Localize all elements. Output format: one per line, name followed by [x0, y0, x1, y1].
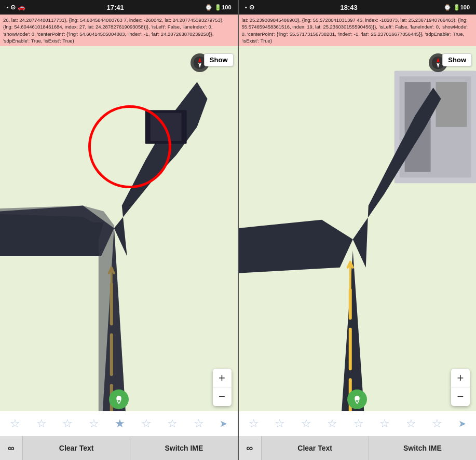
- left-star-bar: ☆ ☆ ☆ ☆ ★ ☆ ☆ ☆ ➤: [0, 411, 238, 436]
- left-bottom-toolbar: ∞ Clear Text Switch IME: [0, 436, 238, 460]
- left-clear-text-button[interactable]: Clear Text: [23, 436, 130, 460]
- right-star-2[interactable]: ☆: [275, 417, 285, 430]
- left-status-right-icons: ⌚ 🔋100: [205, 4, 231, 11]
- left-star-1[interactable]: ☆: [10, 417, 20, 430]
- left-star-7[interactable]: ☆: [167, 417, 178, 430]
- right-zoom-controls: + −: [451, 369, 470, 406]
- left-zoom-controls: + −: [213, 369, 232, 406]
- right-signal-icon: ▪: [245, 4, 247, 11]
- right-star-6[interactable]: ☆: [379, 417, 390, 430]
- left-location-pin-button[interactable]: [109, 389, 129, 409]
- right-bottom-toolbar: ∞ Clear Text Switch IME: [239, 436, 477, 460]
- left-infinity-button[interactable]: ∞: [0, 436, 23, 460]
- left-status-time: 17:41: [107, 4, 124, 11]
- right-status-time: 18:43: [341, 4, 358, 11]
- left-star-2[interactable]: ☆: [36, 417, 47, 430]
- battery-watch-icon: ⌚: [205, 4, 212, 11]
- left-star-5-active[interactable]: ★: [115, 417, 125, 430]
- right-status-right-icons: ⌚ 🔋100: [444, 4, 470, 11]
- right-infinity-button[interactable]: ∞: [239, 436, 262, 460]
- left-nav-arrow-icon[interactable]: ➤: [220, 418, 227, 429]
- right-zoom-in-button[interactable]: +: [451, 369, 470, 387]
- right-status-left-icons: ▪ ⊙: [245, 4, 254, 11]
- right-debug-text: lat: 25.239009845486903), {lng: 55.57280…: [242, 17, 469, 44]
- left-status-bar: ▪ ⊙ 🚗 17:41 ⌚ 🔋100: [0, 0, 238, 15]
- left-show-button[interactable]: Show: [204, 53, 234, 66]
- right-star-7[interactable]: ☆: [406, 417, 416, 430]
- car-icon: 🚗: [18, 4, 25, 11]
- left-zoom-out-button[interactable]: −: [213, 387, 232, 406]
- right-map-area: lat: 25.239009845486903), {lng: 55.57280…: [239, 15, 477, 436]
- left-switch-ime-button[interactable]: Switch IME: [130, 436, 237, 460]
- left-star-4[interactable]: ☆: [89, 417, 99, 430]
- svg-rect-14: [436, 82, 467, 127]
- right-star-4[interactable]: ☆: [327, 417, 337, 430]
- left-star-8[interactable]: ☆: [194, 417, 204, 430]
- right-road-svg: [239, 15, 477, 436]
- right-star-3[interactable]: ☆: [301, 417, 311, 430]
- right-battery-icon: 🔋100: [453, 4, 470, 11]
- right-status-bar: ▪ ⊙ 18:43 ⌚ 🔋100: [239, 0, 477, 15]
- right-zoom-out-button[interactable]: −: [451, 387, 470, 406]
- left-star-3[interactable]: ☆: [62, 417, 73, 430]
- right-wifi-icon: ⊙: [249, 4, 254, 11]
- battery-icon: 🔋100: [214, 4, 231, 11]
- right-show-button[interactable]: Show: [442, 53, 472, 66]
- right-battery-watch-icon: ⌚: [444, 4, 451, 11]
- left-road-svg: [0, 15, 238, 436]
- right-star-8[interactable]: ☆: [432, 417, 442, 430]
- left-map-area: 26, lat: 24.28774480117731), {lng: 54.60…: [0, 15, 238, 436]
- left-zoom-in-button[interactable]: +: [213, 369, 232, 387]
- left-phone-screen: ▪ ⊙ 🚗 17:41 ⌚ 🔋100 26, lat: 24.287744801…: [0, 0, 238, 460]
- left-status-left-icons: ▪ ⊙ 🚗: [6, 4, 25, 11]
- left-debug-overlay: 26, lat: 24.28774480117731), {lng: 54.60…: [0, 15, 238, 46]
- right-clear-text-button[interactable]: Clear Text: [262, 436, 369, 460]
- right-location-pin-button[interactable]: [347, 389, 367, 409]
- right-phone-screen: ▪ ⊙ 18:43 ⌚ 🔋100 lat: 25.239009845486903…: [239, 0, 477, 460]
- svg-rect-5: [151, 113, 182, 141]
- left-star-6[interactable]: ☆: [141, 417, 152, 430]
- right-nav-arrow-icon[interactable]: ➤: [458, 418, 466, 429]
- right-debug-overlay: lat: 25.239009845486903), {lng: 55.57280…: [239, 15, 477, 46]
- wifi-icon: ⊙: [10, 4, 16, 11]
- left-debug-text: 26, lat: 24.28774480117731), {lng: 54.60…: [3, 17, 224, 44]
- right-star-1[interactable]: ☆: [249, 417, 259, 430]
- signal-icon: ▪: [6, 4, 8, 11]
- right-star-bar: ☆ ☆ ☆ ☆ ☆ ☆ ☆ ☆ ➤: [239, 411, 477, 436]
- right-star-5[interactable]: ☆: [353, 417, 364, 430]
- right-switch-ime-button[interactable]: Switch IME: [369, 436, 476, 460]
